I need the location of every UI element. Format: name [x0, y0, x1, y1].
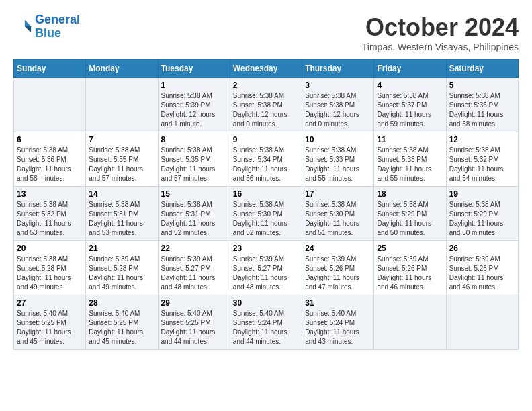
day-number: 3 — [305, 81, 371, 90]
calendar-cell: 25Sunrise: 5:39 AM Sunset: 5:26 PM Dayli… — [374, 241, 446, 295]
day-info: Sunrise: 5:39 AM Sunset: 5:26 PM Dayligh… — [449, 255, 515, 292]
calendar-week-row: 6Sunrise: 5:38 AM Sunset: 5:36 PM Daylig… — [14, 132, 519, 187]
calendar-week-row: 1Sunrise: 5:38 AM Sunset: 5:39 PM Daylig… — [14, 78, 519, 132]
day-info: Sunrise: 5:38 AM Sunset: 5:30 PM Dayligh… — [305, 200, 371, 238]
calendar-week-row: 27Sunrise: 5:40 AM Sunset: 5:25 PM Dayli… — [14, 295, 519, 350]
calendar-cell: 15Sunrise: 5:38 AM Sunset: 5:31 PM Dayli… — [158, 187, 230, 241]
day-number: 17 — [305, 189, 371, 199]
location: Timpas, Western Visayas, Philippines — [362, 42, 519, 52]
day-info: Sunrise: 5:38 AM Sunset: 5:33 PM Dayligh… — [305, 146, 371, 183]
calendar-cell: 2Sunrise: 5:38 AM Sunset: 5:38 PM Daylig… — [230, 78, 302, 132]
day-info: Sunrise: 5:38 AM Sunset: 5:28 PM Dayligh… — [17, 255, 83, 292]
calendar-cell: 22Sunrise: 5:39 AM Sunset: 5:27 PM Dayli… — [158, 241, 230, 295]
calendar-cell: 30Sunrise: 5:40 AM Sunset: 5:24 PM Dayli… — [230, 295, 302, 350]
calendar-cell: 23Sunrise: 5:39 AM Sunset: 5:27 PM Dayli… — [230, 241, 302, 295]
calendar-cell: 16Sunrise: 5:38 AM Sunset: 5:30 PM Dayli… — [230, 187, 302, 241]
day-info: Sunrise: 5:40 AM Sunset: 5:24 PM Dayligh… — [305, 309, 371, 347]
day-number: 4 — [377, 81, 443, 90]
calendar-cell: 28Sunrise: 5:40 AM Sunset: 5:25 PM Dayli… — [86, 295, 158, 350]
day-info: Sunrise: 5:40 AM Sunset: 5:25 PM Dayligh… — [89, 309, 154, 347]
day-number: 13 — [17, 189, 83, 199]
calendar-cell: 8Sunrise: 5:38 AM Sunset: 5:35 PM Daylig… — [158, 132, 230, 187]
calendar-cell — [446, 295, 518, 350]
weekday-header: Tuesday — [158, 60, 230, 78]
page-header: General Blue October 2024 Timpas, Wester… — [13, 13, 519, 52]
calendar-cell: 1Sunrise: 5:38 AM Sunset: 5:39 PM Daylig… — [158, 78, 230, 132]
calendar-cell: 24Sunrise: 5:39 AM Sunset: 5:26 PM Dayli… — [302, 241, 374, 295]
day-info: Sunrise: 5:38 AM Sunset: 5:35 PM Dayligh… — [161, 146, 227, 183]
day-info: Sunrise: 5:40 AM Sunset: 5:25 PM Dayligh… — [161, 309, 227, 347]
day-info: Sunrise: 5:38 AM Sunset: 5:39 PM Dayligh… — [161, 91, 227, 129]
day-number: 5 — [449, 81, 515, 90]
day-number: 20 — [17, 244, 83, 253]
day-number: 31 — [305, 298, 371, 308]
calendar-cell — [374, 295, 446, 350]
day-info: Sunrise: 5:39 AM Sunset: 5:27 PM Dayligh… — [233, 255, 299, 292]
day-number: 29 — [161, 298, 227, 308]
calendar-cell: 19Sunrise: 5:38 AM Sunset: 5:29 PM Dayli… — [446, 187, 518, 241]
day-number: 30 — [233, 298, 299, 308]
day-number: 25 — [377, 244, 443, 253]
day-info: Sunrise: 5:38 AM Sunset: 5:29 PM Dayligh… — [377, 200, 443, 238]
calendar-cell: 26Sunrise: 5:39 AM Sunset: 5:26 PM Dayli… — [446, 241, 518, 295]
calendar-cell — [86, 78, 158, 132]
calendar-cell: 31Sunrise: 5:40 AM Sunset: 5:24 PM Dayli… — [302, 295, 374, 350]
calendar-week-row: 20Sunrise: 5:38 AM Sunset: 5:28 PM Dayli… — [14, 241, 519, 295]
day-number: 8 — [161, 135, 227, 144]
day-info: Sunrise: 5:38 AM Sunset: 5:35 PM Dayligh… — [89, 146, 154, 183]
calendar-cell: 17Sunrise: 5:38 AM Sunset: 5:30 PM Dayli… — [302, 187, 374, 241]
day-info: Sunrise: 5:38 AM Sunset: 5:33 PM Dayligh… — [377, 146, 443, 183]
day-number: 24 — [305, 244, 371, 253]
calendar-cell: 5Sunrise: 5:38 AM Sunset: 5:36 PM Daylig… — [446, 78, 518, 132]
day-number: 10 — [305, 135, 371, 144]
day-number: 26 — [449, 244, 515, 253]
day-number: 21 — [89, 244, 154, 253]
day-info: Sunrise: 5:38 AM Sunset: 5:38 PM Dayligh… — [305, 91, 371, 129]
day-info: Sunrise: 5:40 AM Sunset: 5:25 PM Dayligh… — [17, 309, 83, 347]
day-number: 2 — [233, 81, 299, 90]
calendar-cell: 18Sunrise: 5:38 AM Sunset: 5:29 PM Dayli… — [374, 187, 446, 241]
day-info: Sunrise: 5:38 AM Sunset: 5:31 PM Dayligh… — [161, 200, 227, 238]
day-info: Sunrise: 5:39 AM Sunset: 5:26 PM Dayligh… — [377, 255, 443, 292]
svg-marker-1 — [25, 26, 31, 32]
calendar-cell: 14Sunrise: 5:38 AM Sunset: 5:31 PM Dayli… — [86, 187, 158, 241]
day-info: Sunrise: 5:38 AM Sunset: 5:37 PM Dayligh… — [377, 91, 443, 129]
svg-marker-0 — [25, 20, 31, 26]
calendar-cell: 21Sunrise: 5:39 AM Sunset: 5:28 PM Dayli… — [86, 241, 158, 295]
calendar-cell: 12Sunrise: 5:38 AM Sunset: 5:32 PM Dayli… — [446, 132, 518, 187]
day-info: Sunrise: 5:38 AM Sunset: 5:32 PM Dayligh… — [17, 200, 83, 238]
day-number: 11 — [377, 135, 443, 144]
logo-icon — [13, 17, 32, 36]
day-info: Sunrise: 5:38 AM Sunset: 5:29 PM Dayligh… — [449, 200, 515, 238]
day-number: 6 — [17, 135, 83, 144]
day-info: Sunrise: 5:40 AM Sunset: 5:24 PM Dayligh… — [233, 309, 299, 347]
day-number: 22 — [161, 244, 227, 253]
day-number: 27 — [17, 298, 83, 308]
day-number: 1 — [161, 81, 227, 90]
calendar-cell: 13Sunrise: 5:38 AM Sunset: 5:32 PM Dayli… — [14, 187, 86, 241]
weekday-header: Friday — [374, 60, 446, 78]
day-info: Sunrise: 5:39 AM Sunset: 5:26 PM Dayligh… — [305, 255, 371, 292]
day-number: 16 — [233, 189, 299, 199]
day-info: Sunrise: 5:38 AM Sunset: 5:36 PM Dayligh… — [17, 146, 83, 183]
day-number: 14 — [89, 189, 154, 199]
calendar-cell: 10Sunrise: 5:38 AM Sunset: 5:33 PM Dayli… — [302, 132, 374, 187]
weekday-header: Thursday — [302, 60, 374, 78]
month-title: October 2024 — [362, 13, 519, 42]
day-number: 18 — [377, 189, 443, 199]
calendar-cell: 3Sunrise: 5:38 AM Sunset: 5:38 PM Daylig… — [302, 78, 374, 132]
calendar-cell: 7Sunrise: 5:38 AM Sunset: 5:35 PM Daylig… — [86, 132, 158, 187]
calendar-cell: 27Sunrise: 5:40 AM Sunset: 5:25 PM Dayli… — [14, 295, 86, 350]
calendar-cell: 11Sunrise: 5:38 AM Sunset: 5:33 PM Dayli… — [374, 132, 446, 187]
day-info: Sunrise: 5:38 AM Sunset: 5:34 PM Dayligh… — [233, 146, 299, 183]
day-info: Sunrise: 5:38 AM Sunset: 5:32 PM Dayligh… — [449, 146, 515, 183]
day-info: Sunrise: 5:39 AM Sunset: 5:27 PM Dayligh… — [161, 255, 227, 292]
calendar-cell: 9Sunrise: 5:38 AM Sunset: 5:34 PM Daylig… — [230, 132, 302, 187]
calendar-cell — [14, 78, 86, 132]
calendar-week-row: 13Sunrise: 5:38 AM Sunset: 5:32 PM Dayli… — [14, 187, 519, 241]
weekday-header: Sunday — [14, 60, 86, 78]
calendar-cell: 6Sunrise: 5:38 AM Sunset: 5:36 PM Daylig… — [14, 132, 86, 187]
calendar-cell: 20Sunrise: 5:38 AM Sunset: 5:28 PM Dayli… — [14, 241, 86, 295]
day-number: 9 — [233, 135, 299, 144]
weekday-header: Wednesday — [230, 60, 302, 78]
